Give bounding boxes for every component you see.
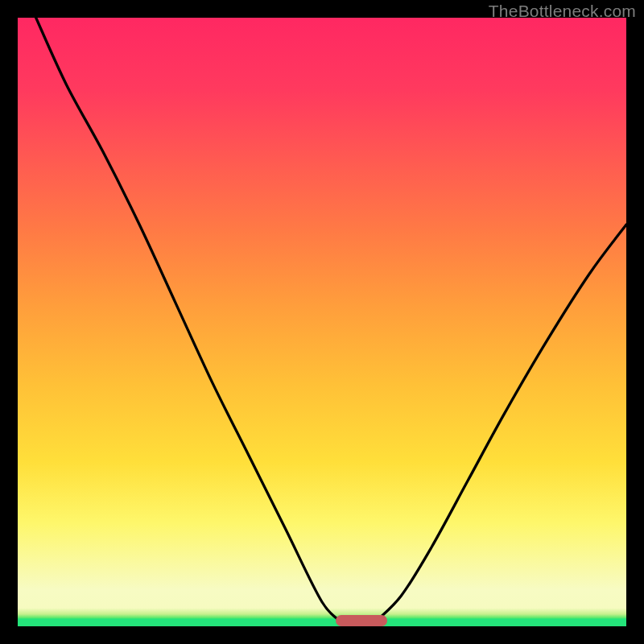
bottleneck-curve (18, 18, 626, 626)
chart-frame: TheBottleneck.com (0, 0, 644, 644)
watermark-text: TheBottleneck.com (489, 2, 636, 21)
optimal-marker (336, 615, 387, 626)
plot-area (18, 18, 626, 626)
